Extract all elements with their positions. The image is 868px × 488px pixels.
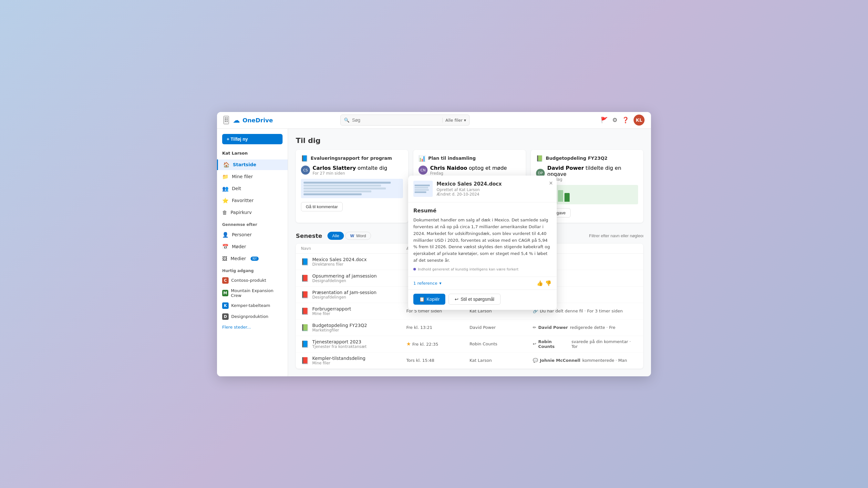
- sidebar-item-meetings[interactable]: 📅 Møder: [217, 241, 288, 252]
- popup-filename: Mexico Sales 2024.docx: [437, 181, 552, 187]
- more-places-link[interactable]: Flere steder...: [217, 323, 288, 331]
- quick-access-contoso[interactable]: C Contoso-produkt: [217, 275, 288, 285]
- quick-access-kemper[interactable]: K Kemper-tabelteam: [217, 301, 288, 311]
- sidebar-item-shared[interactable]: 👥 Delt: [217, 183, 288, 194]
- user-avatar[interactable]: KL: [633, 115, 645, 126]
- sidebar-item-favorites-label: Favoritter: [232, 198, 253, 203]
- ai-dot-icon: [413, 268, 416, 270]
- quick-access-design[interactable]: D Designproduktion: [217, 312, 288, 321]
- mountain-icon: M: [222, 290, 228, 296]
- sidebar-username: Kat Larson: [217, 150, 288, 158]
- search-bar[interactable]: 🔍 Alle filer ▾: [340, 115, 469, 126]
- ai-notice-text: Indhold genereret af kunstig intelligens…: [418, 267, 519, 271]
- home-icon: 🏠: [223, 162, 229, 168]
- add-new-button[interactable]: + Tilføj ny: [222, 134, 283, 144]
- popup-actions: 📋 Kopiér ↩ Stil et spørgsmål: [408, 290, 557, 310]
- search-input[interactable]: [352, 118, 440, 123]
- kemper-icon: K: [222, 302, 228, 309]
- design-icon: D: [222, 314, 228, 320]
- media-icon: 🖼: [222, 256, 227, 262]
- quick-access-mountain[interactable]: M Mountain Expansion Crew: [217, 287, 288, 299]
- sidebar-item-people-label: Personer: [232, 232, 252, 237]
- copy-icon: 📋: [419, 297, 425, 302]
- top-bar: ⠿ ☁ OneDrive 🔍 Alle filer ▾ 🚩 ⚙ ❓ KL: [217, 112, 651, 129]
- contoso-icon: C: [222, 277, 228, 284]
- design-label: Designproduktion: [231, 314, 268, 319]
- popup-modified: Ændret d. 20-10-2024: [437, 192, 552, 197]
- sidebar-item-media-label: Medier: [230, 256, 246, 261]
- thumbs-up-button[interactable]: 👍: [537, 280, 543, 286]
- help-button[interactable]: ❓: [622, 117, 629, 124]
- top-bar-actions: 🚩 ⚙ ❓ KL: [600, 115, 645, 126]
- shared-icon: 👥: [222, 186, 228, 192]
- popup-overlay: Mexico Sales 2024.docx Oprettet af Kat L…: [288, 129, 651, 376]
- quick-access-title: Hurtig adgang: [217, 265, 288, 274]
- popup-card: Mexico Sales 2024.docx Oprettet af Kat L…: [408, 175, 557, 310]
- sidebar-item-trash-label: Papirkurv: [230, 210, 252, 215]
- popup-body: Resumé Dokumentet handler om salg af dæk…: [408, 202, 557, 276]
- popup-created: Oprettet af Kat Larson: [437, 188, 552, 192]
- main-layout: + Tilføj ny Kat Larson 🏠 Startside 📁 Min…: [217, 129, 651, 376]
- chevron-reference-icon: ▾: [439, 281, 441, 286]
- mountain-label: Mountain Expansion Crew: [231, 288, 283, 298]
- sidebar-item-home-label: Startside: [233, 162, 256, 167]
- sidebar-item-favorites[interactable]: ⭐ Favoritter: [217, 195, 288, 206]
- ask-question-button[interactable]: ↩ Stil et spørgsmål: [448, 294, 500, 305]
- search-filter-dropdown[interactable]: Alle filer ▾: [442, 118, 466, 123]
- popup-ai-notice: Indhold genereret af kunstig intelligens…: [413, 267, 552, 271]
- onedrive-cloud-icon: ☁: [233, 116, 240, 124]
- sidebar-item-myfiles-label: Mine filer: [232, 174, 253, 179]
- content-area: Til dig 📘 Evalueringsrapport for program…: [288, 129, 651, 376]
- question-label: Stil et spørgsmål: [461, 297, 494, 302]
- folder-icon: 📁: [222, 174, 228, 180]
- copy-button[interactable]: 📋 Kopiér: [413, 294, 445, 305]
- popup-close-button[interactable]: ×: [549, 180, 553, 187]
- popup-file-info: Mexico Sales 2024.docx Oprettet af Kat L…: [437, 181, 552, 197]
- onedrive-logo: ☁ OneDrive: [233, 116, 273, 124]
- favorites-icon: ⭐: [222, 197, 228, 204]
- trash-icon: 🗑: [222, 209, 227, 216]
- sidebar-item-media[interactable]: 🖼 Medier NY: [217, 253, 288, 264]
- onedrive-title: OneDrive: [243, 117, 273, 124]
- waffle-menu-button[interactable]: ⠿: [223, 116, 229, 124]
- search-icon: 🔍: [344, 118, 349, 123]
- reference-text: 1 reference: [413, 281, 437, 286]
- kemper-label: Kemper-tabelteam: [231, 303, 270, 308]
- sidebar-item-myfiles[interactable]: 📁 Mine filer: [217, 171, 288, 182]
- popup-summary-title: Resumé: [413, 207, 552, 214]
- people-icon: 👤: [222, 232, 228, 238]
- chevron-down-icon: ▾: [464, 118, 466, 123]
- sidebar: + Tilføj ny Kat Larson 🏠 Startside 📁 Min…: [217, 129, 288, 376]
- search-filter-label: Alle filer: [445, 118, 462, 123]
- popup-header: Mexico Sales 2024.docx Oprettet af Kat L…: [408, 175, 557, 202]
- sidebar-item-meetings-label: Møder: [232, 244, 246, 249]
- question-icon: ↩: [455, 297, 459, 302]
- sidebar-item-people[interactable]: 👤 Personer: [217, 229, 288, 240]
- popup-thumb: [413, 181, 433, 197]
- browse-section-title: Gennemse efter: [217, 219, 288, 228]
- meetings-icon: 📅: [222, 244, 228, 250]
- sidebar-item-home[interactable]: 🏠 Startside: [217, 159, 288, 170]
- new-badge: NY: [251, 257, 259, 261]
- feedback-flag-button[interactable]: 🚩: [600, 117, 608, 124]
- popup-summary-text: Dokumentet handler om salg af dæk i Mexi…: [413, 217, 552, 264]
- app-window: ⠿ ☁ OneDrive 🔍 Alle filer ▾ 🚩 ⚙ ❓ KL + T…: [217, 112, 651, 376]
- sidebar-item-shared-label: Delt: [232, 186, 241, 191]
- sidebar-item-trash[interactable]: 🗑 Papirkurv: [217, 207, 288, 218]
- copy-label: Kopiér: [427, 297, 439, 302]
- thumbs-down-button[interactable]: 👎: [545, 280, 552, 286]
- popup-reference[interactable]: 1 reference ▾ 👍 👎: [408, 276, 557, 290]
- contoso-label: Contoso-produkt: [231, 278, 266, 283]
- settings-button[interactable]: ⚙: [612, 117, 617, 124]
